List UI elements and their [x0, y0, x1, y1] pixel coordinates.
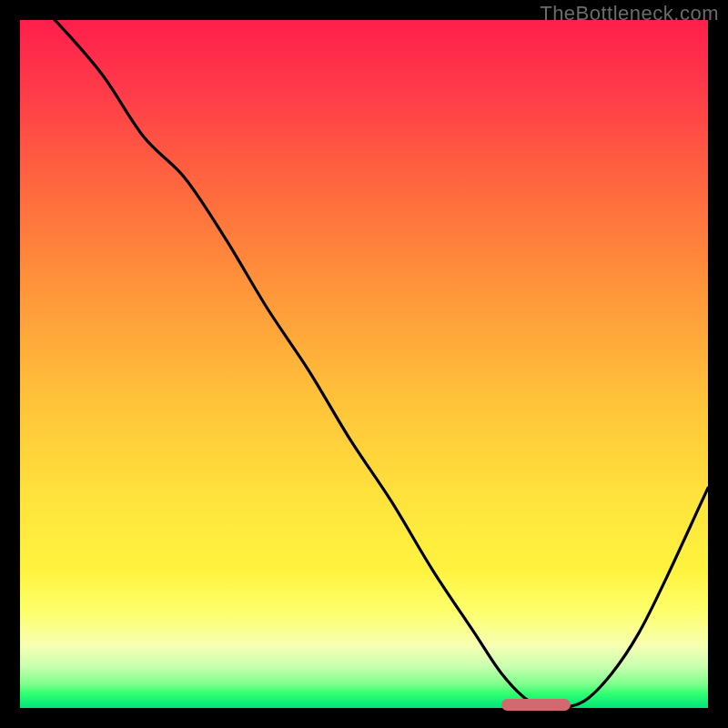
- chart-frame: TheBottleneck.com: [0, 0, 728, 728]
- plot-area: [20, 20, 708, 708]
- optimal-range-marker: [501, 699, 571, 711]
- bottleneck-curve: [20, 20, 708, 708]
